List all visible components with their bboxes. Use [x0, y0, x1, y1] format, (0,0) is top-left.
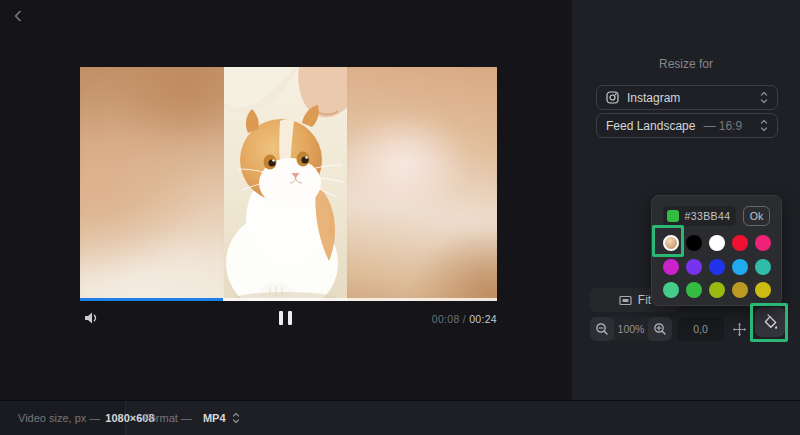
color-swatch[interactable] [709, 282, 725, 298]
zoom-in-button[interactable] [648, 317, 672, 341]
platform-select-value: Instagram [627, 91, 680, 105]
magnifier-minus-icon [595, 322, 609, 336]
chevron-left-icon [11, 9, 25, 23]
video-stage: 00:08 / 00:24 [0, 0, 572, 400]
zoom-out-button[interactable] [590, 317, 614, 341]
frame-icon [619, 294, 632, 307]
color-swatch[interactable] [732, 259, 748, 275]
color-swatch[interactable] [663, 259, 679, 275]
preset-select[interactable]: Feed Landscape — 16:9 [596, 113, 778, 138]
color-swatch[interactable] [755, 259, 771, 275]
swatch-grid [663, 235, 771, 298]
color-swatch[interactable] [755, 282, 771, 298]
total-duration: 00:24 [469, 313, 497, 325]
format-label: Format — [143, 412, 192, 424]
color-swatch[interactable] [686, 282, 702, 298]
format-select[interactable]: Format — MP4 [143, 401, 240, 435]
platform-select[interactable]: Instagram [596, 85, 778, 110]
video-size-info: Video size, px — 1080×608 [0, 401, 126, 435]
color-swatch[interactable] [732, 282, 748, 298]
selected-color-chip [667, 210, 679, 222]
background-fill-button[interactable] [755, 307, 785, 337]
format-value: MP4 [203, 412, 226, 424]
current-time: 00:08 [432, 313, 460, 325]
color-swatch[interactable] [686, 259, 702, 275]
up-down-chevrons-icon [232, 412, 240, 424]
progress-fill [80, 298, 223, 301]
hex-color-value: #33BB44 [679, 210, 736, 222]
zoom-level-value: 100% [614, 323, 648, 335]
seek-bar[interactable] [80, 298, 497, 301]
time-separator: / [460, 313, 470, 325]
color-swatch[interactable] [732, 235, 748, 251]
color-swatch[interactable] [755, 235, 771, 251]
resize-for-label: Resize for [572, 57, 800, 71]
video-size-label: Video size, px — [18, 412, 100, 424]
move-cross-icon [732, 322, 747, 337]
video-content-cat [224, 67, 347, 301]
back-button[interactable] [8, 6, 28, 26]
time-display: 00:08 / 00:24 [392, 313, 497, 325]
settings-panel: Resize for Instagram Feed Landscape — 16… [572, 0, 800, 400]
move-button[interactable] [727, 317, 751, 341]
pause-button[interactable] [279, 311, 292, 325]
blurred-background-right [347, 67, 497, 301]
custom-color-swatch[interactable] [663, 235, 679, 251]
pause-icon [279, 311, 283, 325]
position-input[interactable]: 0,0 [677, 317, 724, 341]
hex-color-input[interactable]: #33BB44 [663, 206, 736, 226]
status-bar: Video size, px — 1080×608 Format — MP4 E… [0, 400, 800, 435]
preset-select-value: Feed Landscape [606, 119, 695, 133]
blurred-background-left [80, 67, 224, 301]
ok-button[interactable]: Ok [743, 206, 770, 226]
color-swatch[interactable] [709, 235, 725, 251]
color-swatch[interactable] [686, 235, 702, 251]
magnifier-plus-icon [653, 322, 667, 336]
volume-button[interactable] [82, 309, 100, 327]
video-resize-app: 00:08 / 00:24 Resize for Instagram Feed … [0, 0, 800, 435]
zoom-controls: 100% [590, 317, 672, 341]
instagram-icon [606, 91, 619, 104]
color-swatch[interactable] [663, 282, 679, 298]
fit-button-label: Fit [638, 293, 651, 307]
preset-select-ratio: — 16:9 [703, 119, 742, 133]
position-value: 0,0 [693, 323, 708, 335]
paint-bucket-icon [762, 314, 779, 331]
video-preview[interactable] [80, 67, 497, 301]
up-down-chevrons-icon [760, 119, 768, 132]
color-picker-popup: #33BB44 Ok [651, 195, 782, 306]
speaker-icon [82, 309, 100, 327]
color-swatch[interactable] [709, 259, 725, 275]
up-down-chevrons-icon [760, 91, 768, 104]
